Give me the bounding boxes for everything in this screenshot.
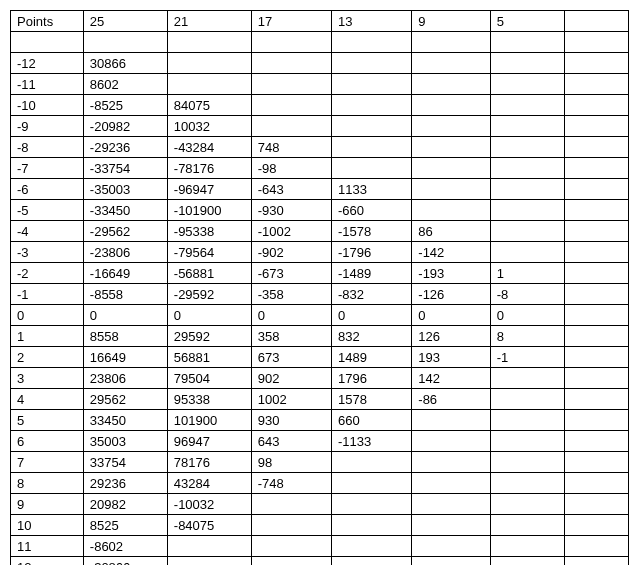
table-cell: -86: [412, 389, 490, 410]
table-cell: 20982: [83, 494, 167, 515]
table-cell: 9: [11, 494, 84, 515]
table-cell: -11: [11, 74, 84, 95]
table-cell: [565, 32, 629, 53]
table-cell: -660: [332, 200, 412, 221]
table-cell: -5: [11, 200, 84, 221]
header-cell: 25: [83, 11, 167, 32]
table-cell: 56881: [167, 347, 251, 368]
table-cell: [412, 158, 490, 179]
table-cell: [565, 347, 629, 368]
table-cell: -1002: [251, 221, 331, 242]
table-cell: [565, 452, 629, 473]
table-row: -1230866: [11, 53, 629, 74]
table-cell: [565, 179, 629, 200]
table-cell: 8: [11, 473, 84, 494]
table-row: 4295629533810021578-86: [11, 389, 629, 410]
table-cell: [565, 515, 629, 536]
table-row: Points2521171395: [11, 11, 629, 32]
table-cell: -96947: [167, 179, 251, 200]
table-cell: [412, 116, 490, 137]
table-cell: 1796: [332, 368, 412, 389]
table-cell: 1: [490, 263, 565, 284]
table-cell: -78176: [167, 158, 251, 179]
table-cell: [490, 242, 565, 263]
table-cell: -6: [11, 179, 84, 200]
table-cell: 96947: [167, 431, 251, 452]
table-cell: 33754: [83, 452, 167, 473]
table-cell: 3: [11, 368, 84, 389]
table-cell: -30866: [83, 557, 167, 566]
table-cell: [490, 368, 565, 389]
table-cell: 1002: [251, 389, 331, 410]
table-cell: [490, 515, 565, 536]
table-cell: 1489: [332, 347, 412, 368]
table-cell: 11: [11, 536, 84, 557]
table-cell: [490, 536, 565, 557]
table-cell: [412, 53, 490, 74]
table-cell: [565, 137, 629, 158]
table-cell: 43284: [167, 473, 251, 494]
table-cell: -29236: [83, 137, 167, 158]
table-cell: [332, 74, 412, 95]
table-row: [11, 32, 629, 53]
table-row: 11-8602: [11, 536, 629, 557]
table-cell: -23806: [83, 242, 167, 263]
table-cell: 86: [412, 221, 490, 242]
table-cell: 660: [332, 410, 412, 431]
table-cell: [490, 158, 565, 179]
table-cell: [565, 221, 629, 242]
table-cell: [490, 494, 565, 515]
table-row: 12-30866: [11, 557, 629, 566]
table-cell: [565, 242, 629, 263]
table-cell: 358: [251, 326, 331, 347]
table-cell: [565, 95, 629, 116]
table-cell: 1: [11, 326, 84, 347]
table-cell: 8602: [83, 74, 167, 95]
table-cell: -673: [251, 263, 331, 284]
table-cell: 78176: [167, 452, 251, 473]
table-cell: -7: [11, 158, 84, 179]
table-row: -1-8558-29592-358-832-126-8: [11, 284, 629, 305]
table-cell: 673: [251, 347, 331, 368]
table-cell: [565, 200, 629, 221]
table-cell: -4: [11, 221, 84, 242]
table-cell: -79564: [167, 242, 251, 263]
header-cell: 17: [251, 11, 331, 32]
table-row: -118602: [11, 74, 629, 95]
table-row: -9-2098210032: [11, 116, 629, 137]
table-row: -2-16649-56881-673-1489-1931: [11, 263, 629, 284]
table-cell: [332, 32, 412, 53]
table-cell: 748: [251, 137, 331, 158]
table-cell: 8: [490, 326, 565, 347]
table-cell: [565, 473, 629, 494]
table-cell: 8558: [83, 326, 167, 347]
table-cell: [565, 557, 629, 566]
table-cell: [565, 326, 629, 347]
table-cell: 12: [11, 557, 84, 566]
table-cell: -358: [251, 284, 331, 305]
table-cell: -142: [412, 242, 490, 263]
table-cell: -16649: [83, 263, 167, 284]
table-cell: -33754: [83, 158, 167, 179]
table-cell: -748: [251, 473, 331, 494]
table-cell: [565, 263, 629, 284]
table-cell: -902: [251, 242, 331, 263]
table-cell: -35003: [83, 179, 167, 200]
header-cell: 9: [412, 11, 490, 32]
table-cell: 0: [332, 305, 412, 326]
table-cell: -193: [412, 263, 490, 284]
table-cell: 35003: [83, 431, 167, 452]
table-cell: 1578: [332, 389, 412, 410]
table-cell: [565, 389, 629, 410]
table-cell: -43284: [167, 137, 251, 158]
table-row: 108525-84075: [11, 515, 629, 536]
table-cell: [412, 95, 490, 116]
table-row: -3-23806-79564-902-1796-142: [11, 242, 629, 263]
table-row: 18558295923588321268: [11, 326, 629, 347]
table-cell: [412, 452, 490, 473]
table-cell: [412, 494, 490, 515]
table-cell: -8: [490, 284, 565, 305]
table-cell: [332, 536, 412, 557]
table-cell: [332, 158, 412, 179]
table-cell: [565, 494, 629, 515]
